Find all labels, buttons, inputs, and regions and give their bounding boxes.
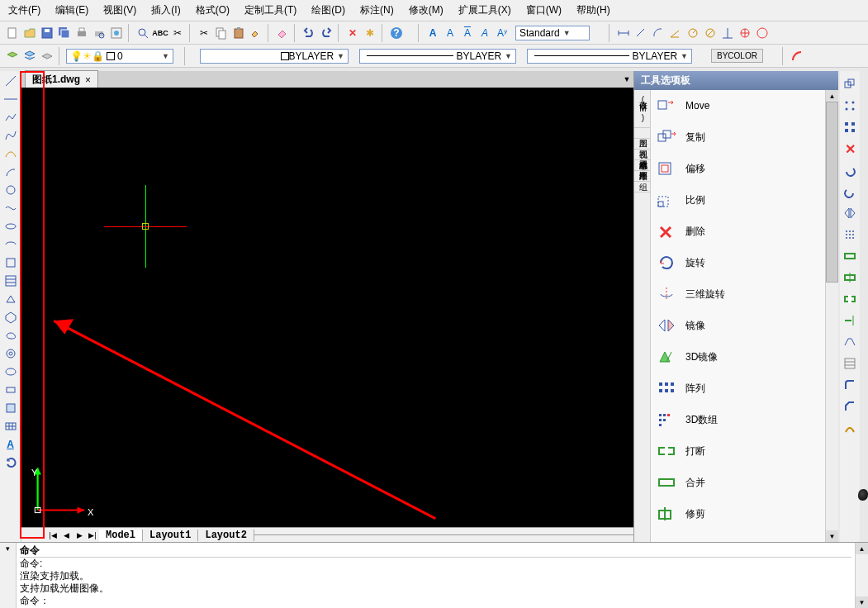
paste-button[interactable] <box>231 26 246 40</box>
revcloud-tool[interactable] <box>2 345 19 362</box>
cut2-button[interactable]: ✂ <box>197 26 211 40</box>
r-erase-tool[interactable]: ✕ <box>842 140 858 157</box>
palette-item-mirror[interactable]: 镜像 <box>651 310 825 341</box>
print-button[interactable] <box>74 26 89 40</box>
circle-tool[interactable] <box>2 182 19 198</box>
vtab-3dorbit[interactable]: 三维动态观察 <box>634 150 650 160</box>
layer-props-button[interactable] <box>5 49 20 64</box>
scroll-down-button[interactable]: ▼ <box>826 530 838 542</box>
text-a1-button[interactable]: A <box>425 26 440 40</box>
text-a3-button[interactable]: A <box>460 26 475 40</box>
hatch-tool[interactable] <box>2 273 19 289</box>
r-mirror-tool[interactable] <box>842 205 858 221</box>
cut-button[interactable]: ✂ <box>170 26 185 40</box>
boundary-tool[interactable] <box>2 291 19 307</box>
cmd-scrollbar[interactable]: ▲▼ <box>855 543 868 608</box>
scroll-up-button[interactable]: ▲ <box>826 90 838 102</box>
vtab-modify[interactable]: 修改(M) <box>634 90 650 128</box>
wipeout-tool[interactable] <box>2 327 19 344</box>
layout-tab-1[interactable]: Layout1 <box>143 530 198 541</box>
undo-button[interactable] <box>301 26 316 40</box>
matchprop-button[interactable] <box>249 26 263 40</box>
ellipse-arc-tool[interactable] <box>2 236 19 253</box>
r-snap-tool[interactable] <box>842 226 858 243</box>
r-chamfer-tool[interactable] <box>842 398 858 415</box>
menu-dimension[interactable]: 标注(N) <box>355 2 399 19</box>
scroll-thumb[interactable] <box>826 102 838 283</box>
dim-center-button[interactable] <box>738 26 752 40</box>
r-join-tool[interactable] <box>842 269 858 286</box>
r-stretch-tool[interactable] <box>842 334 858 350</box>
menu-draw[interactable]: 绘图(D) <box>306 2 350 19</box>
layout-tab-2[interactable]: Layout2 <box>198 530 254 541</box>
palette-item-join[interactable]: 合并 <box>651 467 825 498</box>
r-explode-tool[interactable] <box>842 420 858 436</box>
cancel-button[interactable]: ✕ <box>345 26 360 40</box>
arc-tool-button[interactable] <box>790 49 804 64</box>
dim-aligned-button[interactable] <box>633 26 648 40</box>
dim-diameter-button[interactable] <box>703 26 718 40</box>
palette-item-copy[interactable]: 复制 <box>651 121 825 153</box>
block-tool[interactable] <box>2 400 19 416</box>
vtab-draworder[interactable]: 绘图顺序 <box>634 160 650 171</box>
menu-window[interactable]: 窗口(W) <box>521 2 567 19</box>
layer-state-button[interactable] <box>22 49 37 64</box>
ellipse-tool[interactable] <box>2 218 19 235</box>
menu-view[interactable]: 视图(V) <box>98 2 141 19</box>
layout-next-button[interactable]: ▶ <box>74 530 85 541</box>
r-copy-tool[interactable] <box>842 76 858 93</box>
drawing-viewport[interactable]: Y X <box>21 88 633 527</box>
text-a5-button[interactable]: Aʸ <box>495 26 510 40</box>
layout-prev-button[interactable]: ◀ <box>60 530 72 541</box>
dim-arc-button[interactable] <box>651 26 666 40</box>
menu-extend[interactable]: 扩展工具(X) <box>453 2 516 19</box>
eraser-button[interactable] <box>275 26 290 40</box>
layout-tab-model[interactable]: Model <box>99 530 143 541</box>
save-button[interactable] <box>40 26 55 40</box>
palette-item-break[interactable]: 打断 <box>651 435 825 467</box>
burst-button[interactable]: ✱ <box>363 26 377 40</box>
palette-header[interactable]: 工具选项板 <box>634 71 838 90</box>
table-tool[interactable] <box>2 418 19 435</box>
region-tool[interactable] <box>2 309 19 325</box>
menu-insert[interactable]: 插入(I) <box>146 2 185 19</box>
polyline-tool[interactable] <box>2 109 19 126</box>
new-button[interactable] <box>5 26 20 40</box>
spline-tool[interactable] <box>2 200 19 216</box>
palette-item-scale[interactable]: 比例 <box>651 184 825 216</box>
mtext-tool[interactable]: A <box>2 436 19 453</box>
palette-item-offset[interactable]: 偏移 <box>651 153 825 184</box>
r-extend-tool[interactable] <box>842 312 858 329</box>
text-a2-button[interactable]: A <box>443 26 458 40</box>
publish-button[interactable] <box>109 26 124 40</box>
vtab-view[interactable]: 视图 <box>634 139 650 150</box>
bycolor-button[interactable]: BYCOLOR <box>711 49 763 63</box>
redo-button[interactable] <box>319 26 334 40</box>
layout-first-button[interactable]: |◀ <box>47 530 59 541</box>
find-button[interactable] <box>135 26 150 40</box>
menu-help[interactable]: 帮助(H) <box>572 2 615 19</box>
vtab-more[interactable] <box>634 182 650 192</box>
polygon-tool[interactable] <box>2 127 19 144</box>
tab-overflow-button[interactable]: ▼ <box>620 75 633 83</box>
open-button[interactable] <box>22 26 37 40</box>
r-break-tool[interactable] <box>842 248 858 264</box>
vtab-group[interactable]: 组 <box>634 171 650 182</box>
help-button[interactable]: ? <box>389 26 404 40</box>
palette-scrollbar[interactable]: ▲ ▼ <box>825 90 838 542</box>
menu-format[interactable]: 格式(O) <box>191 2 235 19</box>
r-redo2-tool[interactable] <box>842 183 858 200</box>
spellcheck-button[interactable]: ABC <box>153 26 168 40</box>
dim-linear-button[interactable] <box>616 26 631 40</box>
insert-tool[interactable] <box>2 254 19 271</box>
dim-angular-button[interactable] <box>668 26 683 40</box>
refresh-tool[interactable] <box>2 454 19 471</box>
palette-item-rotate3d[interactable]: 三维旋转 <box>651 278 825 310</box>
palette-item-mirror3d[interactable]: 3D镜像 <box>651 341 825 373</box>
xline-tool[interactable] <box>2 91 19 107</box>
r-trim-tool[interactable] <box>842 291 858 307</box>
layer-dropdown[interactable]: 💡 ☀ 🔒 0 ▼ <box>66 49 173 64</box>
close-tab-button[interactable]: × <box>85 74 91 86</box>
layout-last-button[interactable]: ▶| <box>87 530 98 541</box>
donut-tool[interactable] <box>2 363 19 380</box>
